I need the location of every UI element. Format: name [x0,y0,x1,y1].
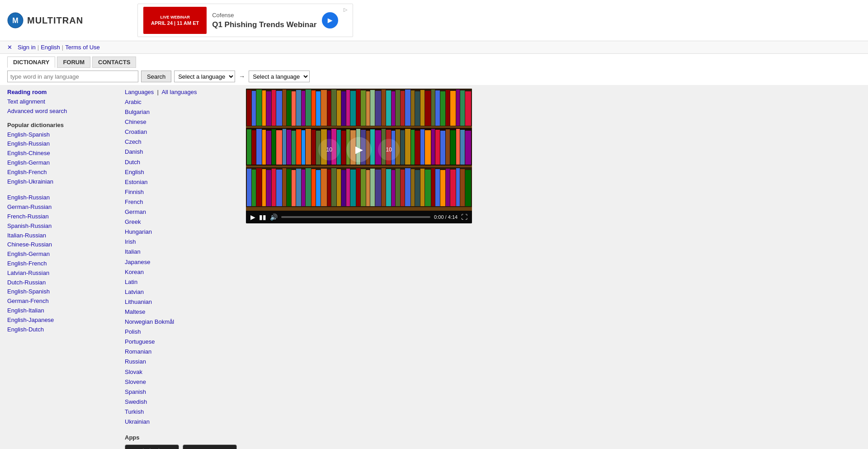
dict-link-3[interactable]: English-German [7,158,116,168]
play-pause-button[interactable]: ▶ [346,137,372,162]
stop-button[interactable]: ▮▮ [259,213,266,221]
dict-link-19[interactable]: English-Japanese [7,316,116,325]
dict-link-16[interactable]: English-Spanish [7,287,116,297]
svg-rect-87 [411,130,415,165]
dict-link-14[interactable]: Latvian-Russian [7,269,116,278]
replay-back-label: 10 [326,147,332,153]
language-link-0[interactable]: Arabic [125,97,237,107]
languages-title-link[interactable]: Languages [125,89,154,95]
dict-link-15[interactable]: Dutch-Russian [7,278,116,288]
language-link-32[interactable]: Ukrainian [125,417,237,427]
all-languages-link[interactable]: All languages [161,89,197,95]
svg-rect-106 [283,168,286,206]
language-link-13[interactable]: Hungarian [125,227,237,237]
replay-back-button[interactable]: 10 [318,139,340,161]
language-link-28[interactable]: Slovene [125,377,237,387]
svg-rect-91 [431,129,435,165]
language-link-30[interactable]: Swedish [125,397,237,407]
language-link-21[interactable]: Maltese [125,307,237,317]
language-link-2[interactable]: Chinese [125,117,237,127]
language-link-25[interactable]: Romanian [125,347,237,357]
target-language-select[interactable]: Select a language [249,71,310,82]
signin-link[interactable]: Sign in [18,44,36,51]
dict-link-1[interactable]: English-Russian [7,139,116,149]
advanced-word-search-link[interactable]: Advanced word search [7,107,116,116]
language-link-15[interactable]: Italian [125,247,237,257]
language-link-19[interactable]: Latvian [125,287,237,297]
language-link-10[interactable]: French [125,197,237,207]
language-link-4[interactable]: Czech [125,137,237,147]
google-app-badge[interactable]: ▶ GET IT ON Google Play [183,444,237,449]
language-link-29[interactable]: Spanish [125,387,237,397]
language-link-6[interactable]: Dutch [125,157,237,167]
svg-rect-49 [446,90,450,126]
language-link-18[interactable]: Latin [125,277,237,287]
language-link-23[interactable]: Polish [125,327,237,337]
svg-rect-124 [370,169,375,206]
language-link-31[interactable]: Turkish [125,407,237,417]
svg-rect-62 [287,130,291,165]
tab-dictionary[interactable]: DICTIONARY [7,57,55,68]
language-link-20[interactable]: Lithuanian [125,297,237,307]
dict-link-5[interactable]: English-Ukrainian [7,177,116,187]
language-link-8[interactable]: Estonian [125,177,237,187]
dict-link-9[interactable]: Spanish-Russian [7,222,116,231]
dict-link-4[interactable]: English-French [7,168,116,177]
dict-link-20[interactable]: English-Dutch [7,325,116,335]
language-link-22[interactable]: Norwegian Bokmål [125,317,237,327]
progress-bar[interactable] [281,216,430,218]
dict-link-7[interactable]: German-Russian [7,203,116,212]
fullscreen-button[interactable]: ⛶ [461,213,467,221]
dict-link-11[interactable]: Chinese-Russian [7,240,116,250]
language-link-11[interactable]: German [125,207,237,217]
top-banner: M MULTITRAN LIVE WEBINAR APRIL 24 | 11 A… [0,0,868,41]
terms-link[interactable]: Terms of Use [65,44,100,51]
play-button[interactable]: ▶ [250,213,255,221]
dict-link-17[interactable]: German-French [7,297,116,306]
reading-room-title[interactable]: Reading room [7,89,116,95]
language-link-9[interactable]: Finnish [125,187,237,197]
language-link-26[interactable]: Russian [125,357,237,367]
text-alignment-link[interactable]: Text alignment [7,97,116,107]
language-link-12[interactable]: Greek [125,217,237,227]
close-button[interactable]: ✕ [7,44,12,51]
language-link-24[interactable]: Portuguese [125,337,237,347]
search-input[interactable] [7,71,138,82]
english-link[interactable]: English [41,44,60,51]
source-language-select[interactable]: Select a language [174,71,235,82]
video-bg: 10 ▶ 10 [246,89,472,211]
language-link-1[interactable]: Bulgarian [125,107,237,117]
svg-rect-58 [266,131,271,165]
dict-link-18[interactable]: English-Italian [7,306,116,316]
tab-forum[interactable]: FORUM [57,57,90,68]
dict-link-10[interactable]: Italian-Russian [7,231,116,241]
ad-play-button[interactable]: ► [322,12,338,28]
svg-rect-89 [420,129,425,165]
dict-link-12[interactable]: English-German [7,250,116,259]
tab-contacts[interactable]: CONTACTS [92,57,136,68]
svg-rect-66 [306,129,311,165]
apple-app-badge[interactable]: Download on the App Store [125,444,179,449]
replay-forward-button[interactable]: 10 [378,139,400,161]
dict-link-6[interactable]: English-Russian [7,193,116,203]
svg-rect-55 [252,130,256,165]
svg-rect-73 [341,131,346,165]
svg-rect-65 [302,130,305,165]
language-link-14[interactable]: Irish [125,237,237,247]
dict-link-13[interactable]: English-French [7,259,116,269]
language-link-16[interactable]: Japanese [125,257,237,267]
language-link-5[interactable]: Danish [125,147,237,157]
search-button[interactable]: Search [141,71,171,82]
video-area: 10 ▶ 10 ▶ ▮▮ 🔊 0:00 / 4:14 [246,89,472,449]
dict-link-2[interactable]: English-Chinese [7,149,116,158]
svg-rect-22 [311,90,316,126]
dict-link-0[interactable]: English-Spanish [7,130,116,140]
language-link-17[interactable]: Korean [125,267,237,277]
language-link-27[interactable]: Slovak [125,367,237,377]
time-display: 0:00 / 4:14 [434,214,458,220]
language-link-7[interactable]: English [125,167,237,177]
dict-link-8[interactable]: French-Russian [7,212,116,222]
language-link-3[interactable]: Croatian [125,127,237,137]
svg-rect-11 [256,90,262,126]
volume-button[interactable]: 🔊 [270,213,278,221]
